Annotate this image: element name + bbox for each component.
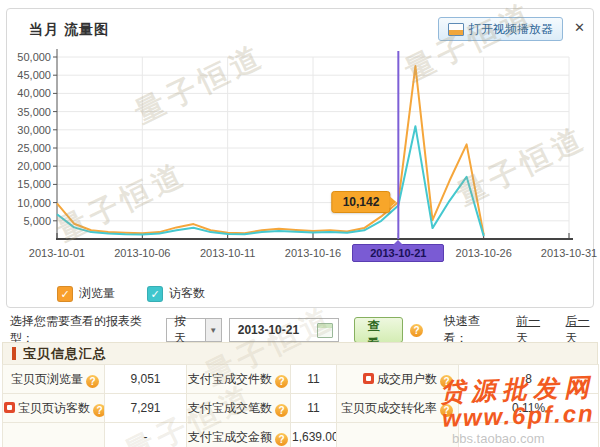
legend-label-visitors: 访客数 bbox=[169, 285, 205, 302]
y-axis-label: 5,000 bbox=[7, 215, 51, 227]
metric-label-cell bbox=[337, 423, 459, 447]
checkbox-checked-icon[interactable]: ✓ bbox=[57, 286, 73, 302]
metric-value-cell: - bbox=[105, 423, 187, 447]
metric-value-cell: 0.11% bbox=[459, 394, 599, 423]
metric-label-cell: 支付宝成交笔数? bbox=[187, 394, 291, 423]
y-axis-label: 40,000 bbox=[7, 87, 51, 99]
help-icon[interactable]: ? bbox=[410, 324, 422, 337]
help-icon[interactable]: ? bbox=[275, 433, 288, 446]
data-tooltip: 10,142 bbox=[332, 191, 391, 213]
metric-label: 宝贝页成交转化率 bbox=[341, 401, 437, 415]
x-axis-label: 2013-10-06 bbox=[100, 247, 184, 259]
y-axis-label: 30,000 bbox=[7, 124, 51, 136]
metric-value-cell: 7,291 bbox=[105, 394, 187, 423]
chart-title: 流量图 bbox=[64, 21, 109, 37]
help-icon[interactable]: ? bbox=[440, 404, 453, 417]
chevron-down-icon[interactable]: ▼ bbox=[205, 319, 221, 341]
metric-label-cell: 宝贝页成交转化率? bbox=[337, 394, 459, 423]
traffic-line-chart: 5,00010,00015,00020,00025,00030,00035,00… bbox=[7, 43, 591, 283]
checkbox-checked-icon[interactable]: ✓ bbox=[147, 286, 163, 302]
video-icon[interactable] bbox=[363, 373, 374, 384]
selected-date-label[interactable]: 2013-10-21 bbox=[352, 244, 444, 262]
period-label: 当月 bbox=[29, 21, 59, 37]
x-axis-label: 2013-10-01 bbox=[15, 247, 99, 259]
metric-label-cell bbox=[3, 423, 105, 447]
close-icon[interactable]: ✕ bbox=[574, 20, 585, 35]
y-axis-label: 20,000 bbox=[7, 160, 51, 172]
summary-section-header: 宝贝信息汇总 bbox=[2, 342, 598, 365]
x-axis-label: 2013-10-16 bbox=[271, 247, 355, 259]
analytics-page: 当月 流量图 打开视频播放器 ✕ 5,00010,00015,00020,000… bbox=[0, 0, 600, 447]
summary-title: 宝贝信息汇总 bbox=[23, 345, 107, 363]
table-row: - 支付宝成交金额? 1,639.00 bbox=[3, 423, 599, 447]
legend-item-pageviews[interactable]: ✓ 浏览量 bbox=[57, 285, 115, 302]
y-axis-label: 15,000 bbox=[7, 178, 51, 190]
page-title: 当月 流量图 bbox=[29, 21, 109, 39]
video-player-icon bbox=[448, 23, 464, 36]
metric-value-cell: 8 bbox=[459, 365, 599, 394]
metric-label: 支付宝成交笔数 bbox=[188, 401, 272, 415]
help-icon[interactable]: ? bbox=[93, 404, 105, 417]
calendar-icon[interactable] bbox=[317, 323, 333, 338]
table-row: 宝贝页访客数? 7,291 支付宝成交笔数? 11 宝贝页成交转化率? 0.11… bbox=[3, 394, 599, 423]
x-axis-label: 2013-10-31 bbox=[527, 247, 600, 259]
help-icon[interactable]: ? bbox=[275, 375, 288, 388]
metric-value-cell: 11 bbox=[291, 394, 337, 423]
x-axis-label: 2013-10-26 bbox=[442, 247, 526, 259]
metric-label: 成交用户数 bbox=[377, 372, 437, 386]
metric-label-cell: 成交用户数? bbox=[337, 365, 459, 394]
date-value: 2013-10-21 bbox=[238, 323, 299, 337]
help-icon[interactable]: ? bbox=[86, 375, 99, 388]
video-button-label: 打开视频播放器 bbox=[469, 21, 553, 38]
date-input[interactable]: 2013-10-21 bbox=[229, 318, 340, 342]
y-axis-label: 45,000 bbox=[7, 69, 51, 81]
series-line bbox=[57, 126, 484, 236]
metric-value-cell: 9,051 bbox=[105, 365, 187, 394]
metric-value-cell bbox=[459, 423, 599, 447]
video-icon[interactable] bbox=[4, 402, 15, 413]
y-axis-label: 50,000 bbox=[7, 51, 51, 63]
help-icon[interactable]: ? bbox=[440, 375, 453, 388]
table-row: 宝贝页浏览量? 9,051 支付宝成交件数? 11 成交用户数? 8 bbox=[3, 365, 599, 394]
x-axis-label: 2013-10-11 bbox=[186, 247, 270, 259]
item-summary-table: 宝贝页浏览量? 9,051 支付宝成交件数? 11 成交用户数? 8 宝贝页访客… bbox=[2, 364, 599, 447]
traffic-chart-panel: 当月 流量图 打开视频播放器 ✕ 5,00010,00015,00020,000… bbox=[6, 8, 594, 308]
metric-label-cell: 宝贝页访客数? bbox=[3, 394, 105, 423]
y-axis-label: 10,000 bbox=[7, 197, 51, 209]
open-video-player-button[interactable]: 打开视频播放器 bbox=[438, 17, 563, 41]
metric-label: 支付宝成交件数 bbox=[188, 372, 272, 386]
report-type-select[interactable]: 按天 ▼ bbox=[166, 318, 222, 342]
legend-item-visitors[interactable]: ✓ 访客数 bbox=[147, 285, 205, 302]
help-icon[interactable]: ? bbox=[275, 404, 288, 417]
y-axis-label: 25,000 bbox=[7, 142, 51, 154]
metric-label-cell: 宝贝页浏览量? bbox=[3, 365, 105, 394]
metric-value-cell: 1,639.00 bbox=[291, 423, 337, 447]
metric-label: 宝贝页浏览量 bbox=[11, 372, 83, 386]
metric-value-cell: 11 bbox=[291, 365, 337, 394]
metric-label: 宝贝页访客数 bbox=[18, 401, 90, 415]
section-marker bbox=[12, 347, 16, 360]
legend-label-pageviews: 浏览量 bbox=[79, 285, 115, 302]
metric-label-cell: 支付宝成交金额? bbox=[187, 423, 291, 447]
metric-label-cell: 支付宝成交件数? bbox=[187, 365, 291, 394]
view-button[interactable]: 查看 bbox=[354, 317, 403, 343]
chart-legend: ✓ 浏览量 ✓ 访客数 bbox=[57, 285, 205, 302]
metric-label: 支付宝成交金额 bbox=[188, 430, 272, 444]
y-axis-label: 35,000 bbox=[7, 106, 51, 118]
